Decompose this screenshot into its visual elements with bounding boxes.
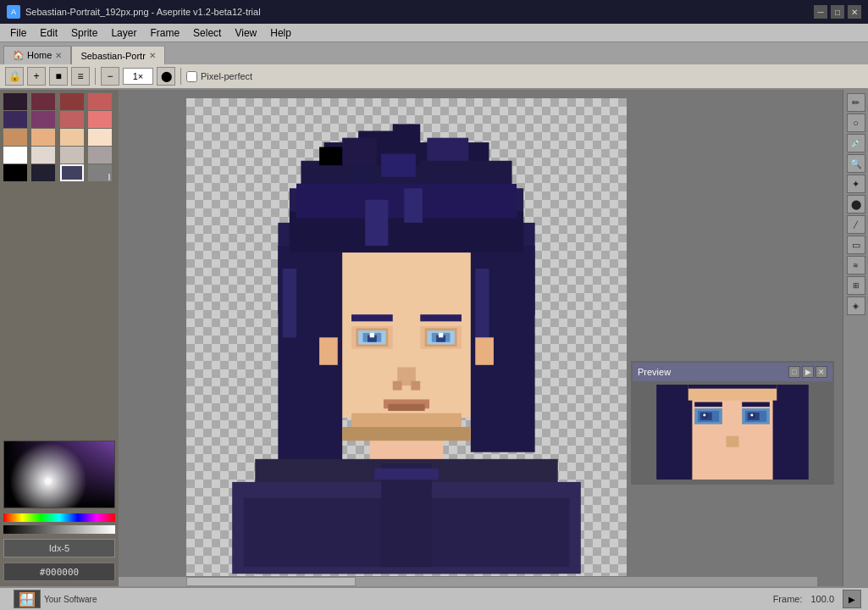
palette-swatch-16[interactable] — [3, 164, 27, 181]
eraser-tool[interactable]: ○ — [847, 114, 865, 132]
toolbar-separator-2 — [180, 68, 181, 85]
tab-home[interactable]: 🏠 Home ✕ — [3, 46, 71, 64]
sprite-canvas[interactable] — [186, 98, 627, 581]
lock-button[interactable]: 🔒 — [5, 67, 24, 86]
minimize-button[interactable]: ─ — [814, 5, 827, 19]
main-layout: ‖ Idx-5 #000000 — [0, 90, 868, 586]
palette-swatch-9[interactable] — [31, 129, 55, 146]
app-icon: A — [7, 5, 20, 19]
menu-frame[interactable]: Frame — [143, 25, 186, 41]
smudge-tool[interactable]: ≋ — [847, 256, 865, 274]
tab-sprite-close[interactable]: ✕ — [149, 51, 156, 60]
palette-swatch-15[interactable] — [88, 147, 112, 164]
right-sidebar: ✏ ○ 💉 🔍 ✦ ⬤ ╱ ▭ ≋ ⊞ ◈ — [843, 90, 868, 586]
pixel-perfect-text: Pixel-perfect — [201, 71, 252, 81]
palette-swatch-1[interactable] — [31, 93, 55, 110]
eyedropper-tool[interactable]: 💉 — [847, 134, 865, 152]
color-palette: ‖ — [0, 90, 119, 185]
taskbar-icon: 🪟 — [14, 590, 41, 608]
menu-file[interactable]: File — [3, 25, 33, 41]
palette-swatch-0[interactable] — [3, 93, 27, 110]
brightness-bar[interactable] — [3, 525, 115, 534]
menu-help[interactable]: Help — [263, 25, 298, 41]
svg-rect-9 — [319, 147, 342, 166]
stamp-tool-button[interactable]: ⬤ — [157, 67, 175, 86]
palette-swatch-12[interactable] — [3, 147, 27, 164]
preview-fit-button[interactable]: □ — [788, 366, 800, 378]
checkerboard-bg — [186, 98, 627, 581]
palette-swatch-2[interactable] — [60, 93, 84, 110]
left-sidebar: ‖ Idx-5 #000000 — [0, 90, 119, 586]
maximize-button[interactable]: □ — [831, 5, 844, 19]
svg-rect-23 — [439, 333, 443, 337]
color-index-display[interactable]: Idx-5 — [3, 539, 115, 557]
menu-tool-button[interactable]: ≡ — [71, 67, 90, 86]
palette-swatch-11[interactable] — [88, 129, 112, 146]
paint-bucket-tool[interactable]: ⬤ — [847, 195, 865, 214]
menu-sprite[interactable]: Sprite — [64, 25, 104, 41]
palette-swatch-18[interactable] — [60, 164, 84, 181]
frame-advance-button[interactable]: ▶ — [843, 590, 861, 608]
preview-content — [633, 381, 832, 483]
minus-button[interactable]: − — [101, 67, 119, 86]
svg-rect-34 — [475, 269, 489, 337]
hex-input[interactable]: #000000 — [3, 563, 115, 581]
svg-rect-6 — [342, 138, 377, 165]
palette-swatch-10[interactable] — [60, 129, 84, 146]
svg-rect-48 — [404, 188, 423, 223]
svg-rect-44 — [374, 469, 439, 480]
svg-rect-33 — [283, 269, 296, 337]
palette-swatch-13[interactable] — [31, 147, 55, 164]
palette-swatch-14[interactable] — [60, 147, 84, 164]
preview-titlebar: Preview □ ▶ ✕ — [633, 363, 832, 381]
menu-bar: File Edit Sprite Layer Frame Select View… — [0, 24, 868, 42]
hue-bar[interactable] — [3, 513, 115, 522]
preview-close-button[interactable]: ✕ — [815, 366, 827, 378]
close-button[interactable]: ✕ — [848, 5, 861, 19]
menu-select[interactable]: Select — [186, 25, 228, 41]
palette-swatch-3[interactable] — [88, 93, 112, 110]
pencil-tool[interactable]: ✏ — [847, 93, 865, 112]
preview-title: Preview — [638, 367, 788, 377]
gradient-picker[interactable] — [3, 441, 115, 508]
palette-swatch-8[interactable] — [3, 129, 27, 146]
blur-tool[interactable]: ◈ — [847, 297, 865, 315]
tab-bar: 🏠 Home ✕ Sebastian-Portr ✕ — [0, 42, 868, 64]
zoom-input[interactable] — [123, 68, 153, 85]
scrollbar-thumb[interactable] — [186, 577, 356, 586]
add-layer-button[interactable]: + — [27, 67, 46, 86]
menu-edit[interactable]: Edit — [33, 25, 64, 41]
palette-swatch-5[interactable] — [31, 111, 55, 128]
svg-rect-69 — [688, 385, 777, 389]
pixel-perfect-checkbox[interactable] — [186, 71, 197, 82]
canvas-container — [186, 98, 627, 581]
preview-controls: □ ▶ ✕ — [788, 366, 827, 378]
status-bar: 🪟 Your Software Frame: 100.0 ▶ — [0, 586, 868, 610]
magnify-tool[interactable]: 🔍 — [847, 154, 865, 173]
frame-value: 100.0 — [810, 594, 834, 604]
svg-rect-46 — [342, 427, 471, 441]
svg-rect-49 — [381, 154, 416, 177]
toolbar: 🔒 + ■ ≡ − ⬤ Pixel-perfect — [0, 64, 868, 90]
tab-home-close[interactable]: ✕ — [55, 51, 62, 60]
menu-view[interactable]: View — [228, 25, 263, 41]
line-tool[interactable]: ╱ — [847, 215, 865, 234]
preview-play-button[interactable]: ▶ — [802, 366, 814, 378]
window-controls: ─ □ ✕ — [814, 5, 861, 19]
preview-sprite — [636, 385, 829, 480]
palette-swatch-7[interactable] — [88, 111, 112, 128]
palette-swatch-6[interactable] — [60, 111, 84, 128]
svg-rect-30 — [388, 404, 424, 411]
canvas-area[interactable]: Preview □ ▶ ✕ — [119, 90, 843, 586]
svg-rect-47 — [365, 200, 388, 246]
palette-swatch-19[interactable]: ‖ — [88, 164, 112, 181]
palette-swatch-17[interactable] — [31, 164, 55, 181]
tab-sprite[interactable]: Sebastian-Portr ✕ — [71, 46, 164, 64]
contour-tool[interactable]: ⊞ — [847, 276, 865, 295]
menu-layer[interactable]: Layer — [104, 25, 143, 41]
square-tool-button[interactable]: ■ — [49, 67, 68, 86]
rect-select-tool[interactable]: ▭ — [847, 236, 865, 254]
horizontal-scrollbar[interactable] — [119, 576, 817, 586]
move-tool[interactable]: ✦ — [847, 175, 865, 193]
palette-swatch-4[interactable] — [3, 111, 27, 128]
